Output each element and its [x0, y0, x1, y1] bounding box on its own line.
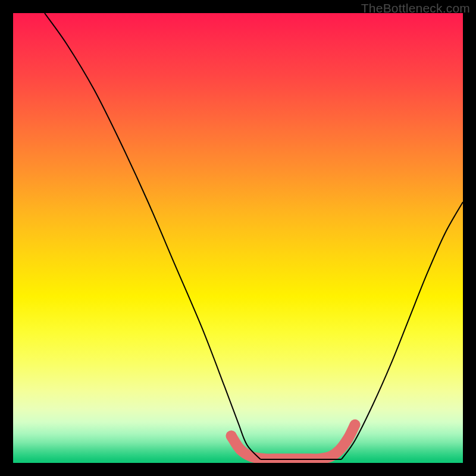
salmon-dot-0: [226, 431, 237, 441]
salmon-overlay-stroke: [231, 425, 355, 459]
right-curve: [342, 202, 463, 459]
salmon-dot-1: [235, 444, 246, 455]
curve-layer: [13, 13, 463, 463]
watermark-text: TheBottleneck.com: [361, 1, 470, 15]
left-curve: [45, 13, 261, 459]
chart-frame: TheBottleneck.com: [0, 0, 476, 476]
plot-area: [13, 13, 463, 463]
black-curves: [45, 13, 463, 459]
